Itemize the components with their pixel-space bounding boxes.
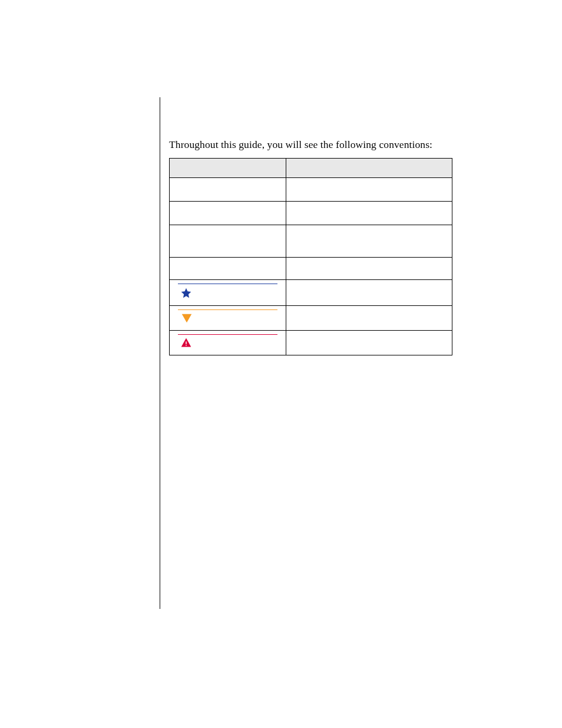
table-row-warning bbox=[170, 331, 452, 355]
cell-warning-icon bbox=[170, 331, 286, 355]
document-page: Throughout this guide, you will see the … bbox=[0, 0, 562, 728]
star-icon bbox=[180, 287, 192, 299]
table-header-row bbox=[170, 159, 452, 178]
cell-note-icon bbox=[170, 280, 286, 306]
conventions-table bbox=[169, 158, 452, 355]
warning-divider bbox=[178, 334, 277, 335]
cell-convention-4 bbox=[170, 258, 286, 280]
warning-triangle-icon bbox=[180, 337, 192, 348]
table-row-caution bbox=[170, 306, 452, 331]
intro-text: Throughout this guide, you will see the … bbox=[169, 139, 432, 151]
cell-description-3 bbox=[286, 225, 452, 258]
cell-caution-icon bbox=[170, 306, 286, 331]
caution-divider bbox=[178, 309, 277, 310]
cell-convention-3 bbox=[170, 225, 286, 258]
svg-rect-1 bbox=[186, 345, 187, 346]
note-divider bbox=[178, 284, 277, 284]
table-row bbox=[170, 202, 452, 225]
cell-note-description bbox=[286, 280, 452, 306]
cell-description-1 bbox=[286, 178, 452, 202]
cell-caution-description bbox=[286, 306, 452, 331]
svg-rect-0 bbox=[186, 341, 187, 344]
table-row bbox=[170, 225, 452, 258]
table-row bbox=[170, 258, 452, 280]
caution-triangle-icon bbox=[180, 312, 193, 325]
cell-convention-1 bbox=[170, 178, 286, 202]
table-row-note bbox=[170, 280, 452, 306]
cell-description-4 bbox=[286, 258, 452, 280]
cell-convention-2 bbox=[170, 202, 286, 225]
vertical-divider bbox=[160, 97, 160, 609]
header-cell-description bbox=[286, 159, 452, 178]
table-row bbox=[170, 178, 452, 202]
cell-description-2 bbox=[286, 202, 452, 225]
header-cell-convention bbox=[170, 159, 286, 178]
cell-warning-description bbox=[286, 331, 452, 355]
